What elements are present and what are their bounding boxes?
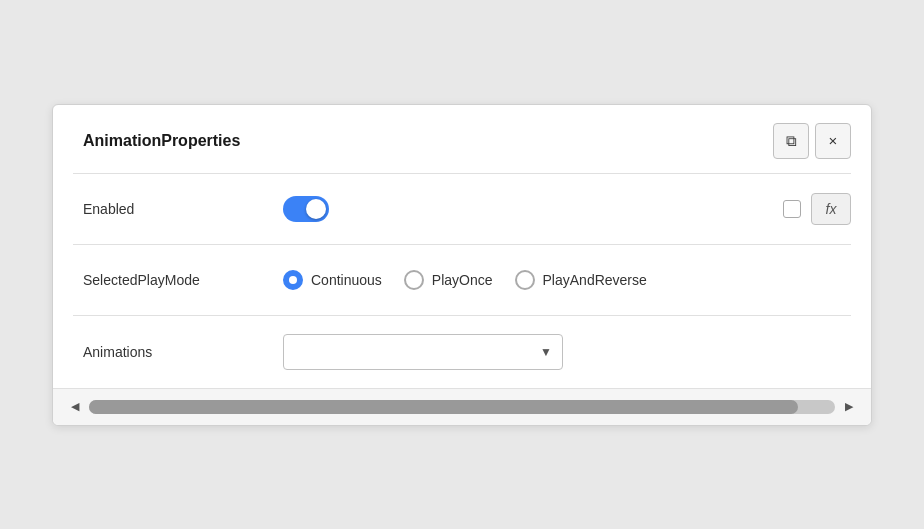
- play-mode-radio-group: Continuous PlayOnce PlayAndReverse: [283, 270, 647, 290]
- panel-title: AnimationProperties: [83, 132, 240, 150]
- radio-label-playandreverse: PlayAndReverse: [543, 272, 647, 288]
- play-mode-label: SelectedPlayMode: [83, 272, 283, 288]
- copy-button[interactable]: ⧉: [773, 123, 809, 159]
- radio-circle-playandreverse: [515, 270, 535, 290]
- copy-icon: ⧉: [786, 132, 797, 150]
- radio-playonce[interactable]: PlayOnce: [404, 270, 493, 290]
- animation-properties-panel: AnimationProperties ⧉ × Enabled fx: [52, 104, 872, 426]
- scrollbar: ◀ ▶: [53, 388, 871, 425]
- play-mode-row: SelectedPlayMode Continuous PlayOnce Pla…: [53, 245, 871, 315]
- scroll-right-arrow[interactable]: ▶: [841, 399, 857, 415]
- animations-row: Animations ▼: [53, 316, 871, 388]
- radio-label-continuous: Continuous: [311, 272, 382, 288]
- enabled-checkbox[interactable]: [783, 200, 801, 218]
- close-button[interactable]: ×: [815, 123, 851, 159]
- scroll-left-arrow[interactable]: ◀: [67, 399, 83, 415]
- close-icon: ×: [829, 132, 838, 149]
- radio-playandreverse[interactable]: PlayAndReverse: [515, 270, 647, 290]
- radio-continuous[interactable]: Continuous: [283, 270, 382, 290]
- scroll-thumb: [89, 400, 798, 414]
- fx-button[interactable]: fx: [811, 193, 851, 225]
- enabled-row: Enabled fx: [53, 174, 871, 244]
- animations-controls: ▼: [283, 334, 851, 370]
- radio-circle-playonce: [404, 270, 424, 290]
- enabled-right-controls: fx: [783, 193, 851, 225]
- enabled-label: Enabled: [83, 201, 283, 217]
- header-buttons: ⧉ ×: [773, 123, 851, 159]
- toggle-slider: [283, 196, 329, 222]
- enabled-toggle[interactable]: [283, 196, 329, 222]
- scroll-track[interactable]: [89, 400, 835, 414]
- animations-label: Animations: [83, 344, 283, 360]
- radio-label-playonce: PlayOnce: [432, 272, 493, 288]
- animations-dropdown[interactable]: ▼: [283, 334, 563, 370]
- panel-header: AnimationProperties ⧉ ×: [53, 105, 871, 173]
- dropdown-arrow-icon: ▼: [540, 345, 552, 359]
- fx-label: fx: [826, 201, 837, 217]
- radio-circle-continuous: [283, 270, 303, 290]
- enabled-controls: [283, 196, 783, 222]
